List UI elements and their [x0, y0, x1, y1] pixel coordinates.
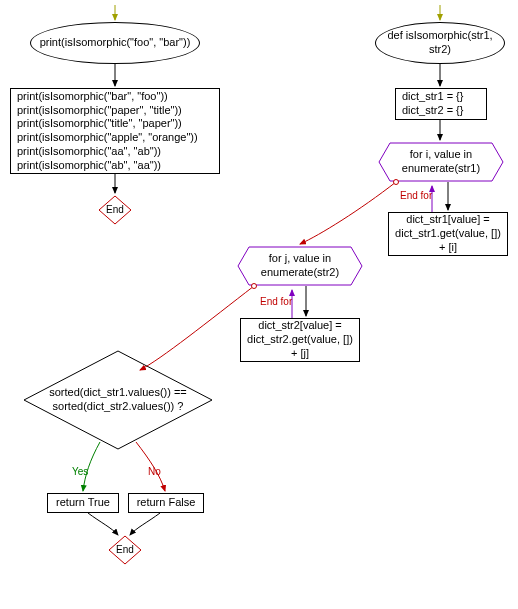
endfor2-label: End for [260, 296, 292, 307]
end-right: End [108, 535, 142, 565]
for2-body-text: dict_str2[value] = dict_str2.get(value, … [245, 319, 355, 360]
decision-diamond: sorted(dict_str1.values()) == sorted(dic… [23, 350, 213, 450]
start-left-label: print(isIsomorphic("foo", "bar")) [40, 36, 191, 50]
decision-text: sorted(dict_str1.values()) == sorted(dic… [27, 386, 209, 414]
for2-body: dict_str2[value] = dict_str2.get(value, … [240, 318, 360, 362]
endfor1-label: End for [400, 190, 432, 201]
return-false-text: return False [137, 496, 196, 510]
for1-body-text: dict_str1[value] = dict_str1.get(value, … [393, 213, 503, 254]
init-dicts-text: dict_str1 = {} dict_str2 = {} [402, 90, 463, 118]
print-block: print(isIsomorphic("bar", "foo")) print(… [10, 88, 220, 174]
return-true: return True [47, 493, 119, 513]
return-false: return False [128, 493, 204, 513]
end-right-label: End [116, 544, 134, 557]
for2-label: for j, value in enumerate(str2) [241, 252, 359, 280]
init-dicts: dict_str1 = {} dict_str2 = {} [395, 88, 487, 120]
print-block-text: print(isIsomorphic("bar", "foo")) print(… [17, 90, 198, 173]
def-ellipse: def isIsomorphic(str1, str2) [375, 22, 505, 64]
for1-hex: for i, value in enumerate(str1) [378, 142, 504, 182]
yes-label: Yes [72, 466, 88, 477]
for1-label: for i, value in enumerate(str1) [382, 148, 500, 176]
no-label: No [148, 466, 161, 477]
for1-body: dict_str1[value] = dict_str1.get(value, … [388, 212, 508, 256]
def-label: def isIsomorphic(str1, str2) [380, 29, 500, 57]
for2-hex: for j, value in enumerate(str2) [237, 246, 363, 286]
return-true-text: return True [56, 496, 110, 510]
end-left-label: End [106, 204, 124, 217]
end-left: End [98, 195, 132, 225]
start-ellipse-left: print(isIsomorphic("foo", "bar")) [30, 22, 200, 64]
